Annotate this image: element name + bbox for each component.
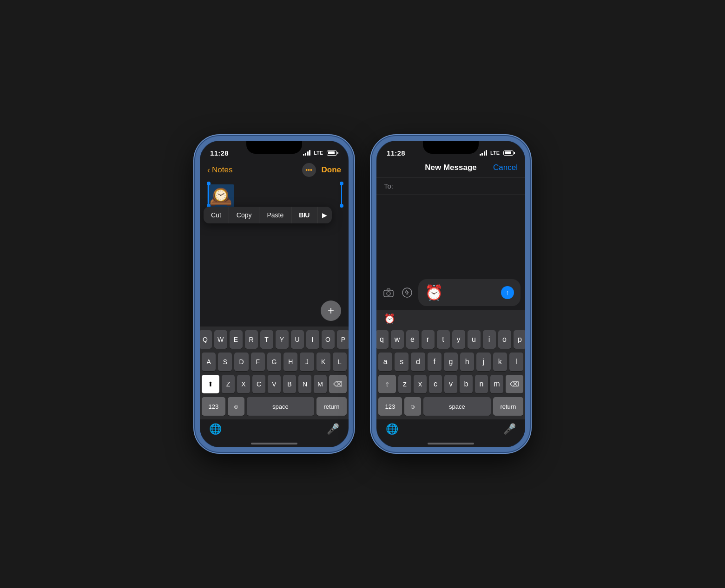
send-arrow-icon: ↑ xyxy=(506,289,509,296)
key-k[interactable]: K xyxy=(316,353,330,371)
key-j[interactable]: J xyxy=(300,353,314,371)
key-n-lower[interactable]: n xyxy=(475,375,488,393)
key-z[interactable]: Z xyxy=(222,375,235,393)
key-e[interactable]: E xyxy=(230,330,243,349)
add-button[interactable]: + xyxy=(321,301,341,321)
globe-icon-2[interactable]: 🌐 xyxy=(386,423,398,435)
shift-key[interactable]: ⬆ xyxy=(202,375,219,393)
key-r-lower[interactable]: r xyxy=(422,330,435,349)
home-indicator-2 xyxy=(428,443,474,444)
send-button[interactable]: ↑ xyxy=(501,286,514,299)
key-l[interactable]: L xyxy=(333,353,347,371)
key-i[interactable]: I xyxy=(306,330,319,349)
key-v-lower[interactable]: v xyxy=(444,375,457,393)
mic-icon-2[interactable]: 🎤 xyxy=(503,423,516,435)
emoji-key-2[interactable]: ☺ xyxy=(404,397,421,416)
nav-actions: ••• Done xyxy=(302,163,342,177)
key-h-lower[interactable]: h xyxy=(460,353,474,371)
context-menu: Cut Copy Paste BIU ▶ xyxy=(204,207,332,223)
keyboard-row-3-2: ⇧ z x c v b n m ⌫ xyxy=(378,375,523,393)
copy-button[interactable]: Copy xyxy=(229,207,260,223)
key-o-lower[interactable]: o xyxy=(498,330,511,349)
key-z-lower[interactable]: z xyxy=(398,375,411,393)
key-b[interactable]: B xyxy=(283,375,296,393)
key-k-lower[interactable]: k xyxy=(493,353,507,371)
key-f[interactable]: F xyxy=(251,353,265,371)
format-button[interactable]: BIU xyxy=(291,207,317,223)
key-u[interactable]: U xyxy=(291,330,304,349)
more-options-arrow[interactable]: ▶ xyxy=(317,207,332,223)
key-d-lower[interactable]: d xyxy=(411,353,425,371)
key-i-lower[interactable]: i xyxy=(483,330,496,349)
key-j-lower[interactable]: j xyxy=(476,353,490,371)
notes-content[interactable]: 🕰️ Cut Copy Paste BIU ▶ + xyxy=(200,181,349,327)
emoji-suggestion-1[interactable]: ⏰ xyxy=(384,313,395,324)
key-m[interactable]: M xyxy=(314,375,327,393)
cancel-button[interactable]: Cancel xyxy=(493,163,518,172)
delete-key-2[interactable]: ⌫ xyxy=(506,375,523,393)
key-n[interactable]: N xyxy=(298,375,311,393)
more-button[interactable]: ••• xyxy=(302,163,316,177)
key-s[interactable]: S xyxy=(218,353,232,371)
paste-button[interactable]: Paste xyxy=(259,207,291,223)
keyboard-bottom-row: 123 ☺ space return xyxy=(202,397,347,416)
back-label: Notes xyxy=(212,165,232,175)
mic-icon-1[interactable]: 🎤 xyxy=(327,423,339,435)
key-r[interactable]: R xyxy=(245,330,258,349)
key-y[interactable]: Y xyxy=(276,330,289,349)
key-v[interactable]: V xyxy=(268,375,281,393)
key-m-lower[interactable]: m xyxy=(490,375,503,393)
delete-key[interactable]: ⌫ xyxy=(329,375,347,393)
key-c-lower[interactable]: c xyxy=(429,375,442,393)
key-u-lower[interactable]: u xyxy=(468,330,481,349)
done-button[interactable]: Done xyxy=(322,165,342,175)
status-icons-1: LTE xyxy=(303,150,338,156)
return-key-2[interactable]: return xyxy=(493,397,523,416)
key-b-lower[interactable]: b xyxy=(460,375,473,393)
key-x-lower[interactable]: x xyxy=(414,375,427,393)
keyboard-row-1-2: q w e r t y u i o p xyxy=(378,330,523,349)
key-c[interactable]: C xyxy=(252,375,265,393)
key-d[interactable]: D xyxy=(234,353,248,371)
key-w[interactable]: W xyxy=(214,330,227,349)
key-w-lower[interactable]: w xyxy=(391,330,404,349)
key-l-lower[interactable]: l xyxy=(509,353,523,371)
key-q[interactable]: Q xyxy=(200,330,212,349)
key-a-lower[interactable]: a xyxy=(378,353,392,371)
to-bar[interactable]: To: xyxy=(376,177,525,195)
key-p-lower[interactable]: p xyxy=(514,330,526,349)
space-key[interactable]: space xyxy=(247,397,314,416)
globe-icon-1[interactable]: 🌐 xyxy=(209,423,222,435)
key-x[interactable]: X xyxy=(237,375,250,393)
messages-body[interactable]: ⏰ ↑ xyxy=(376,195,525,310)
key-p[interactable]: P xyxy=(337,330,349,349)
phone-2: 11:28 LTE xyxy=(372,136,530,452)
key-h[interactable]: H xyxy=(283,353,297,371)
emoji-key[interactable]: ☺ xyxy=(228,397,244,416)
more-icon: ••• xyxy=(305,166,312,174)
key-e-lower[interactable]: e xyxy=(406,330,419,349)
key-q-lower[interactable]: q xyxy=(376,330,389,349)
shift-key-2[interactable]: ⇧ xyxy=(378,375,396,393)
key-o[interactable]: O xyxy=(322,330,335,349)
back-button[interactable]: ‹ Notes xyxy=(207,165,232,175)
numbers-key[interactable]: 123 xyxy=(202,397,225,416)
key-y-lower[interactable]: y xyxy=(452,330,465,349)
cut-button[interactable]: Cut xyxy=(204,207,229,223)
key-g-lower[interactable]: g xyxy=(444,353,458,371)
svg-point-1 xyxy=(387,292,390,295)
key-s-lower[interactable]: s xyxy=(395,353,409,371)
return-key[interactable]: return xyxy=(316,397,347,416)
numbers-key-2[interactable]: 123 xyxy=(378,397,402,416)
key-t-lower[interactable]: t xyxy=(437,330,450,349)
camera-button[interactable] xyxy=(381,285,396,300)
appstore-button[interactable] xyxy=(400,285,415,300)
key-t[interactable]: T xyxy=(260,330,273,349)
key-a[interactable]: A xyxy=(202,353,216,371)
battery-icon-1 xyxy=(327,150,338,156)
key-f-lower[interactable]: f xyxy=(428,353,442,371)
message-bubble[interactable]: ⏰ ↑ xyxy=(418,279,521,306)
key-g[interactable]: G xyxy=(267,353,281,371)
phone-1: 11:28 LTE xyxy=(195,136,353,452)
space-key-2[interactable]: space xyxy=(423,397,491,416)
